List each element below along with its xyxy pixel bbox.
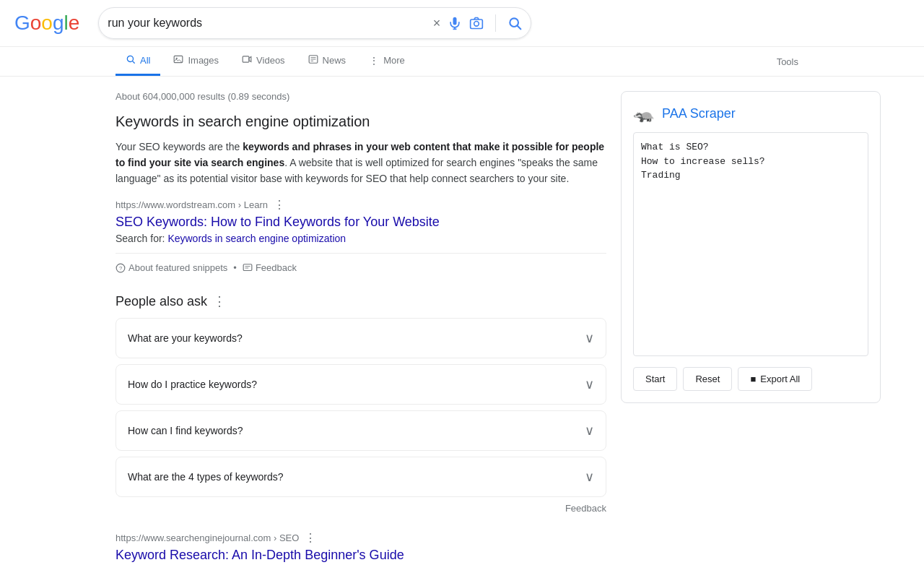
- svg-line-6: [518, 26, 521, 30]
- mic-button[interactable]: [448, 16, 462, 30]
- tab-news[interactable]: News: [298, 47, 357, 76]
- about-snippets[interactable]: ? About featured snippets: [116, 262, 227, 273]
- tab-more-label: More: [383, 55, 405, 66]
- paa-question-1: What are your keywords?: [128, 332, 243, 344]
- people-also-ask-section: People also ask ⋮ What are your keywords…: [116, 293, 606, 514]
- google-logo: Google: [14, 12, 79, 35]
- more-dots-icon: ⋮: [369, 55, 379, 66]
- tab-videos[interactable]: Videos: [232, 47, 295, 76]
- search-icon: [507, 16, 522, 30]
- svg-text:?: ?: [119, 265, 122, 272]
- export-label: Export All: [760, 374, 800, 384]
- divider-vertical: [495, 14, 496, 32]
- paa-item[interactable]: How do I practice keywords? ∨: [116, 364, 606, 405]
- result-title-link[interactable]: SEO Keywords: How to Find Keywords for Y…: [116, 215, 606, 230]
- paa-question-3: How can I find keywords?: [128, 425, 243, 436]
- main-content: About 604,000,000 results (0.89 seconds)…: [0, 77, 924, 578]
- logo-g: G: [14, 12, 30, 35]
- results-count: About 604,000,000 results (0.89 seconds): [116, 91, 606, 102]
- second-source-url: https://www.searchenginejournal.com › SE…: [116, 532, 299, 543]
- tab-videos-label: Videos: [256, 55, 285, 66]
- all-icon: [126, 54, 136, 66]
- search-for-label: Search for:: [116, 233, 165, 244]
- svg-rect-11: [243, 56, 249, 62]
- sidebar-title: PAA Scraper: [662, 106, 736, 121]
- svg-point-4: [474, 22, 479, 27]
- mic-icon: [448, 16, 462, 30]
- reset-button[interactable]: Reset: [683, 367, 732, 391]
- tab-all[interactable]: All: [116, 47, 160, 76]
- paa-item[interactable]: What are your keywords? ∨: [116, 318, 606, 358]
- logo-o1: o: [30, 12, 42, 35]
- results-column: About 604,000,000 results (0.89 seconds)…: [0, 77, 621, 578]
- paa-chevron-1: ∨: [585, 330, 594, 346]
- camera-button[interactable]: [469, 16, 484, 30]
- paa-title: People also ask: [116, 294, 207, 309]
- snippet-feedback: ? About featured snippets • Feedback: [116, 253, 606, 273]
- paa-question-4: What are the 4 types of keywords?: [128, 471, 284, 483]
- news-icon: [308, 54, 318, 66]
- paa-item[interactable]: How can I find keywords? ∨: [116, 410, 606, 451]
- paa-chevron-3: ∨: [585, 423, 594, 439]
- start-button[interactable]: Start: [633, 367, 677, 391]
- tab-images-label: Images: [188, 55, 219, 66]
- featured-feedback[interactable]: Feedback: [243, 262, 297, 273]
- second-result-source: https://www.searchenginejournal.com › SE…: [116, 531, 606, 545]
- tab-images[interactable]: Images: [163, 47, 229, 76]
- sidebar-buttons: Start Reset ■ Export All: [633, 367, 868, 391]
- search-for-link[interactable]: Keywords in search engine optimization: [167, 233, 346, 244]
- paa-more-button[interactable]: ⋮: [213, 293, 226, 309]
- sidebar-header: 🦡 PAA Scraper: [633, 103, 868, 124]
- header: Google ×: [0, 0, 924, 47]
- featured-body: Your SEO keywords are the keywords and p…: [116, 139, 606, 186]
- paa-feedback[interactable]: Feedback: [116, 503, 606, 514]
- search-for: Search for: Keywords in search engine op…: [116, 233, 606, 244]
- help-icon: ?: [116, 263, 126, 273]
- source-url: https://www.wordstream.com › Learn: [116, 199, 268, 210]
- svg-line-8: [132, 61, 134, 63]
- sidebar-icon: 🦡: [633, 103, 655, 124]
- tab-more[interactable]: ⋮ More: [359, 48, 415, 76]
- sidebar-panel: 🦡 PAA Scraper What is SEO? How to increa…: [621, 91, 881, 403]
- tools-tab[interactable]: Tools: [767, 49, 808, 74]
- tab-all-label: All: [140, 55, 150, 66]
- nav-tabs: All Images Videos News ⋮ More Tools: [0, 47, 924, 77]
- logo-o2: o: [41, 12, 53, 35]
- paa-chevron-2: ∨: [585, 376, 594, 392]
- featured-snippet: Keywords in search engine optimization Y…: [116, 113, 606, 273]
- search-submit-button[interactable]: [507, 16, 522, 30]
- second-result-more-button[interactable]: ⋮: [305, 531, 316, 545]
- search-input[interactable]: [108, 17, 432, 30]
- sidebar-column: 🦡 PAA Scraper What is SEO? How to increa…: [621, 77, 895, 578]
- images-icon: [173, 54, 183, 66]
- dot-separator: •: [233, 262, 237, 273]
- paa-textarea[interactable]: What is SEO? How to increase sells? Trad…: [633, 132, 868, 356]
- export-icon: ■: [750, 374, 756, 384]
- logo-g2: g: [53, 12, 64, 35]
- export-button[interactable]: ■ Export All: [738, 367, 812, 391]
- second-result-title-link[interactable]: Keyword Research: An In-Depth Beginner's…: [116, 548, 606, 563]
- featured-body-before: Your SEO keywords are the: [116, 141, 243, 152]
- tab-news-label: News: [323, 55, 346, 66]
- search-bar-icons: ×: [433, 14, 523, 32]
- result-more-button[interactable]: ⋮: [274, 198, 285, 212]
- search-bar: ×: [98, 7, 531, 39]
- camera-icon: [469, 16, 484, 30]
- result-source: https://www.wordstream.com › Learn ⋮: [116, 198, 606, 212]
- second-result: https://www.searchenginejournal.com › SE…: [116, 531, 606, 563]
- svg-rect-0: [453, 17, 457, 25]
- clear-button[interactable]: ×: [433, 16, 441, 31]
- paa-header: People also ask ⋮: [116, 293, 606, 309]
- videos-icon: [242, 54, 252, 66]
- feedback-icon: [243, 263, 253, 273]
- paa-chevron-4: ∨: [585, 469, 594, 485]
- logo-e: e: [69, 12, 80, 35]
- featured-title: Keywords in search engine optimization: [116, 113, 606, 130]
- paa-question-2: How do I practice keywords?: [128, 379, 257, 390]
- paa-item[interactable]: What are the 4 types of keywords? ∨: [116, 457, 606, 497]
- svg-rect-18: [243, 264, 252, 271]
